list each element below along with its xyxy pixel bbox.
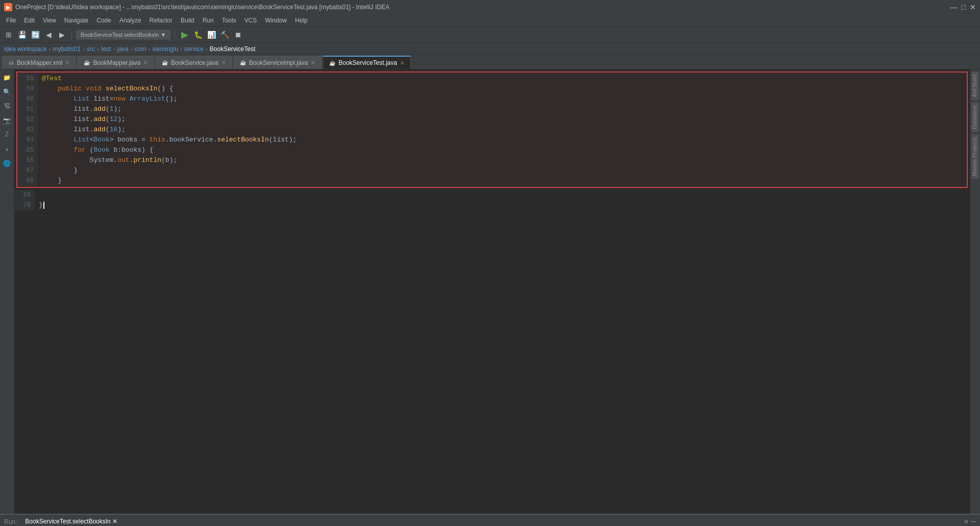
- code-line-60: 60 List list=new ArrayList();: [17, 94, 967, 104]
- tab-label: BookMapper.xml: [17, 59, 62, 66]
- close-panel-icon[interactable]: —: [971, 517, 976, 527]
- menu-item-run[interactable]: Run: [199, 16, 218, 25]
- tab-BookServiceImpl-java[interactable]: ☕ BookServiceImpl.java ✕: [233, 56, 322, 69]
- toolbar-save-btn[interactable]: 💾: [16, 29, 28, 40]
- tab-close-btn[interactable]: ✕: [143, 60, 148, 65]
- tab-BookServiceTest-java[interactable]: ☕ BookServiceTest.java ✕: [323, 56, 411, 69]
- toolbar-project-btn[interactable]: ⊞: [3, 29, 14, 40]
- menu-item-navigate[interactable]: Navigate: [60, 16, 92, 25]
- tab-icon: ☕: [240, 60, 246, 65]
- nav-item-mybatis01[interactable]: mybatis01: [53, 45, 81, 53]
- editor-tabs: 🗂 BookMapper.xml ✕☕ BookMapper.java ✕☕ B…: [0, 55, 980, 69]
- coverage-button[interactable]: 📊: [206, 29, 217, 40]
- code-line-65: 65 for (Book b:books) {: [17, 145, 967, 155]
- code-line-68: 68 }: [17, 176, 967, 186]
- code-line-61: 61 list.add(1);: [17, 104, 967, 114]
- code-line-58: 58 @Test: [17, 74, 967, 84]
- bottom-tab-close[interactable]: ✕: [112, 518, 117, 525]
- maximize-button[interactable]: □: [962, 3, 966, 11]
- tab-close-btn[interactable]: ✕: [65, 60, 69, 65]
- sidebar-zstructure-icon[interactable]: Z: [1, 129, 13, 141]
- tab-close-btn[interactable]: ✕: [222, 60, 226, 65]
- tab-BookMapper-xml[interactable]: 🗂 BookMapper.xml ✕: [2, 56, 76, 69]
- menu-item-file[interactable]: File: [2, 16, 20, 25]
- nav-item-idea-workspace[interactable]: idea workspace: [4, 45, 46, 53]
- debug-button[interactable]: 🐛: [192, 29, 204, 40]
- tab-BookService-java[interactable]: ☕ BookService.java ✕: [155, 56, 232, 69]
- tab-label: BookServiceTest.java: [338, 59, 397, 66]
- menu-item-refactor[interactable]: Refactor: [145, 16, 177, 25]
- nav-sep-1: ›: [48, 45, 51, 53]
- menu-item-vcs[interactable]: VCS: [240, 16, 261, 25]
- bottom-tabs: Run: BookServiceTest.selectBooksIn ✕ ⚙ —: [0, 515, 980, 526]
- nav-item-src[interactable]: src: [87, 45, 95, 53]
- toolbar-sync-btn[interactable]: 🔄: [30, 29, 41, 40]
- ant-build-tab[interactable]: Ant Build: [971, 71, 979, 100]
- nav-sep-2: ›: [83, 45, 85, 53]
- code-line-64: 64 List<Book> books = this.bookService.s…: [17, 135, 967, 145]
- nav-item-service[interactable]: service: [184, 45, 204, 53]
- bottom-run-tab[interactable]: BookServiceTest.selectBooksIn ✕: [21, 517, 121, 527]
- nav-sep-5: ›: [130, 45, 132, 53]
- settings-icon[interactable]: ⚙: [964, 518, 968, 525]
- nav-item-bookservicetest[interactable]: BookServiceTest: [210, 45, 255, 53]
- bottom-tab-label: BookServiceTest.selectBooksIn: [25, 518, 110, 525]
- nav-sep-3: ›: [97, 45, 99, 53]
- database-tab[interactable]: Database: [971, 102, 979, 132]
- tab-label: BookServiceImpl.java: [249, 59, 308, 66]
- sidebar-project-icon[interactable]: 📁: [1, 71, 13, 84]
- tab-close-btn[interactable]: ✕: [400, 60, 404, 66]
- highlighted-code-block: 58 @Test 59 public void selectBooksIn() …: [16, 71, 968, 188]
- menu-item-window[interactable]: Window: [261, 16, 291, 25]
- tab-label: BookService.java: [171, 59, 218, 66]
- tab-label: BookMapper.java: [93, 59, 140, 66]
- run-button[interactable]: ▶: [179, 29, 190, 40]
- toolbar-breadcrumb[interactable]: BookServiceTest.selectBooksIn ▼: [76, 30, 170, 39]
- right-sidebar: Ant Build Database Maven Projects: [970, 69, 980, 514]
- sidebar-structure-icon[interactable]: 🏗: [1, 100, 13, 112]
- sidebar-bookmark-icon[interactable]: ★: [1, 143, 13, 155]
- code-content[interactable]: 58 @Test 59 public void selectBooksIn() …: [14, 69, 970, 514]
- menu-item-edit[interactable]: Edit: [20, 16, 39, 25]
- sidebar-camera-icon[interactable]: 📷: [1, 114, 13, 127]
- toolbar-stop-btn[interactable]: ⏹: [232, 29, 243, 40]
- toolbar-back-btn[interactable]: ◀: [43, 29, 54, 40]
- nav-item-java[interactable]: java: [117, 45, 128, 53]
- tab-icon: ☕: [329, 60, 335, 66]
- sidebar-web-icon[interactable]: 🌐: [1, 157, 13, 170]
- code-line-70: 70 }: [14, 200, 970, 210]
- left-sidebar: 📁 🔍 🏗 📷 Z ★ 🌐: [0, 69, 14, 514]
- menu-bar: FileEditViewNavigateCodeAnalyzeRefactorB…: [0, 14, 980, 27]
- menu-item-tools[interactable]: Tools: [218, 16, 240, 25]
- code-line-67: 67 }: [17, 165, 967, 176]
- toolbar-build-btn[interactable]: 🔨: [219, 29, 230, 40]
- menu-item-build[interactable]: Build: [177, 16, 199, 25]
- code-line-66: 66 System.out.println(b);: [17, 155, 967, 165]
- toolbar-forward-btn[interactable]: ▶: [56, 29, 67, 40]
- sidebar-search-icon[interactable]: 🔍: [1, 86, 13, 98]
- tab-BookMapper-java[interactable]: ☕ BookMapper.java ✕: [77, 56, 154, 69]
- titlebar-title: OneProject [D:\ideaUI\idea workspace] - …: [15, 4, 389, 11]
- nav-sep-6: ›: [148, 45, 150, 53]
- maven-tab[interactable]: Maven Projects: [971, 134, 979, 179]
- titlebar-controls[interactable]: — □ ✕: [950, 3, 976, 11]
- toolbar-sep-1: [71, 30, 72, 40]
- bottom-panel: Run: BookServiceTest.selectBooksIn ✕ ⚙ —…: [0, 514, 980, 526]
- nav-breadcrumb: idea workspace›mybatis01›src›test›java›c…: [0, 43, 980, 55]
- nav-item-xieminglu[interactable]: xieminglu: [152, 45, 178, 53]
- title-bar: ▶ OneProject [D:\ideaUI\idea workspace] …: [0, 0, 980, 14]
- code-line-59: 59 public void selectBooksIn() {: [17, 84, 967, 94]
- close-button[interactable]: ✕: [970, 3, 976, 11]
- menu-item-view[interactable]: View: [39, 16, 60, 25]
- code-line-63: 63 list.add(16);: [17, 125, 967, 135]
- minimize-button[interactable]: —: [950, 3, 958, 11]
- tab-close-btn[interactable]: ✕: [311, 60, 315, 65]
- menu-item-code[interactable]: Code: [92, 16, 115, 25]
- nav-sep-8: ›: [206, 45, 208, 53]
- menu-item-help[interactable]: Help: [291, 16, 312, 25]
- code-editor[interactable]: 58 @Test 59 public void selectBooksIn() …: [14, 69, 970, 514]
- menu-item-analyze[interactable]: Analyze: [115, 16, 145, 25]
- nav-item-com[interactable]: com: [134, 45, 146, 53]
- nav-item-test[interactable]: test: [101, 45, 111, 53]
- run-label: Run:: [4, 518, 17, 525]
